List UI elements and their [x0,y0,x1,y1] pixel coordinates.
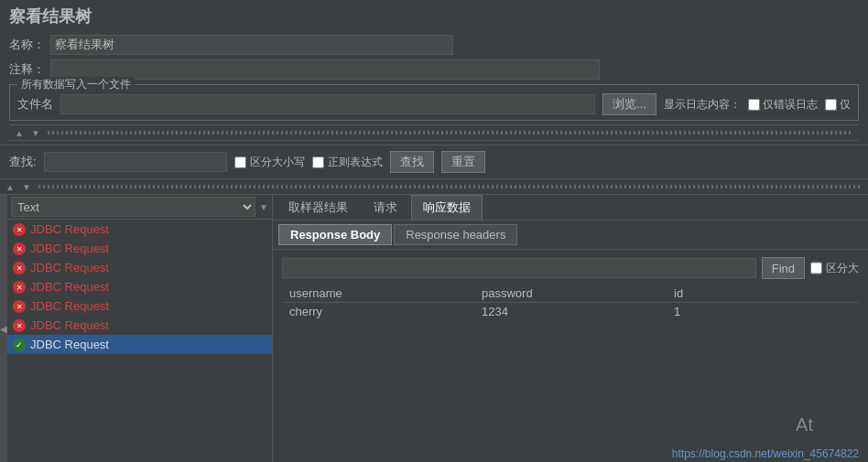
top-panel: 察看结果树 名称： 注释： 所有数据写入一个文件 文件名 浏览... 显示日志内… [0,0,868,145]
tree-item-label: JDBC Request [30,318,109,332]
tree-item-label: JDBC Request [30,299,109,313]
tree-item[interactable]: JDBC Request [7,296,272,316]
log-error-label[interactable]: 仅错误日志 [748,97,818,113]
error-icon [13,262,26,274]
cell-id: 1 [667,303,859,321]
tree-item-active[interactable]: JDBC Request [7,335,272,354]
log-success-checkbox[interactable] [825,99,837,111]
tab-request[interactable]: 请求 [362,195,409,220]
arrow-up-btn-2[interactable]: ▲ [2,182,18,192]
arrow-down-btn[interactable]: ▼ [27,128,44,138]
tree-toolbar: Text ▼ [7,195,272,220]
regex-checkbox[interactable] [312,156,324,168]
table-row: cherry 1234 1 [282,303,859,321]
log-error-checkbox[interactable] [748,99,760,111]
data-table: username password id cherry 1234 1 [282,285,859,320]
tab-response[interactable]: 响应数据 [411,195,483,220]
cell-password: 1234 [474,303,667,321]
error-icon [13,242,26,255]
search-label: 查找: [9,154,37,170]
tree-view-select[interactable]: Text [11,197,255,217]
right-panel-wrapper: 取样器结果 请求 响应数据 Response Body Response [273,195,868,462]
sub-tabs: Response Body Response headers [273,220,868,250]
name-label: 名称： [9,37,45,53]
drag-handle-1 [48,131,853,134]
case-label-2[interactable]: 区分大 [810,258,859,278]
bottom-split: ◀ Text ▼ JDBC Request JDBC Request [0,195,868,462]
error-icon [13,319,26,332]
main-container: 察看结果树 名称： 注释： 所有数据写入一个文件 文件名 浏览... 显示日志内… [0,0,868,462]
arrow-down-btn-2[interactable]: ▼ [18,182,35,192]
case-sensitive-checkbox[interactable] [234,156,246,168]
tree-panel: Text ▼ JDBC Request JDBC Request JDBC Re… [7,195,273,462]
log-options: 显示日志内容： 仅错误日志 仅 [664,97,851,113]
tree-item[interactable]: JDBC Request [7,258,272,277]
tree-list: JDBC Request JDBC Request JDBC Request J… [7,220,272,462]
tree-item-label: JDBC Request [30,242,109,255]
note-row: 注释： [9,59,859,80]
tree-arrow[interactable]: ▼ [259,202,268,212]
regex-label[interactable]: 正则表达式 [312,155,383,170]
response-search-input[interactable] [282,258,756,278]
bottom-link-container: https://blog.csdn.net/weixin_45674822 [273,458,868,462]
name-row: 名称： [9,35,859,55]
file-section: 所有数据写入一个文件 文件名 浏览... 显示日志内容： 仅错误日志 仅 [9,84,859,121]
divider-2: ▲ ▼ [0,178,868,195]
file-input[interactable] [60,94,595,114]
file-label: 文件名 [17,96,53,113]
right-panel: 取样器结果 请求 响应数据 Response Body Response [273,195,868,462]
sub-tab-headers[interactable]: Response headers [394,224,517,245]
search-input[interactable] [44,152,227,172]
file-section-title: 所有数据写入一个文件 [17,77,135,92]
error-icon [13,223,26,236]
response-content: Find 区分大 username password id [273,250,868,458]
error-icon [13,281,26,294]
error-icon [13,300,26,313]
find-button[interactable]: 查找 [390,151,434,173]
tree-item-label: JDBC Request [30,280,109,294]
reset-button[interactable]: 重置 [441,151,485,173]
file-row: 文件名 浏览... 显示日志内容： 仅错误日志 仅 [17,93,851,115]
tree-item[interactable]: JDBC Request [7,277,272,296]
divider-1: ▲ ▼ [9,124,859,141]
tab-sampler[interactable]: 取样器结果 [277,195,360,220]
case-checkbox-2[interactable] [810,258,822,278]
tree-item[interactable]: JDBC Request [7,316,272,335]
name-input[interactable] [50,35,453,55]
case-sensitive-label[interactable]: 区分大小写 [234,155,305,170]
log-success-label[interactable]: 仅 [825,97,851,113]
sub-tab-body[interactable]: Response Body [278,224,392,245]
find-button-2[interactable]: Find [762,257,805,279]
success-icon [13,338,26,351]
col-id: id [667,285,859,303]
search-row: 查找: 区分大小写 正则表达式 查找 重置 [0,145,868,178]
note-label: 注释： [9,61,45,78]
log-label: 显示日志内容： [664,97,741,113]
drag-handle-2 [38,185,863,188]
tree-item-label-active: JDBC Request [30,338,109,351]
tree-item-label: JDBC Request [30,222,109,236]
response-search-bar: Find 区分大 [282,257,859,279]
tree-item[interactable]: JDBC Request [7,220,272,239]
col-username: username [282,285,474,303]
col-password: password [474,285,667,303]
at-label: At [796,414,813,435]
arrow-up-btn[interactable]: ▲ [11,128,27,138]
left-edge-marker[interactable]: ◀ [0,195,7,462]
tree-item-label: JDBC Request [30,261,109,274]
cell-username: cherry [282,303,474,321]
browse-button[interactable]: 浏览... [602,93,656,115]
page-title: 察看结果树 [9,5,859,27]
tree-item[interactable]: JDBC Request [7,239,272,258]
bottom-link[interactable]: https://blog.csdn.net/weixin_45674822 [672,447,859,460]
main-tabs: 取样器结果 请求 响应数据 [273,195,868,220]
